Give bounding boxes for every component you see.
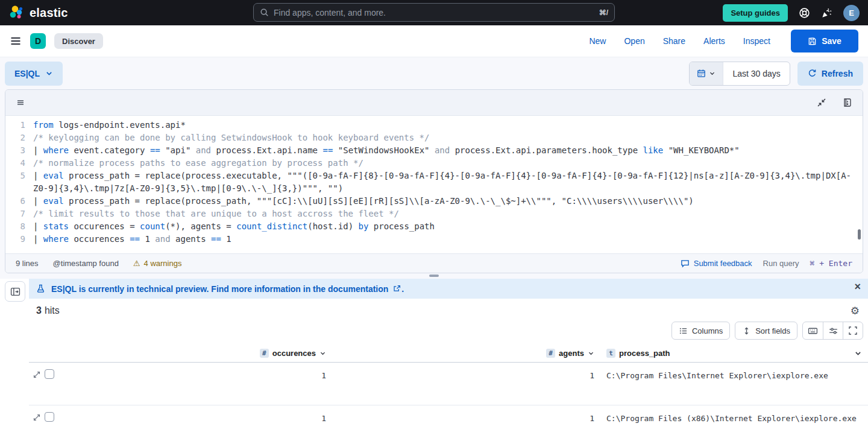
hits-label: hits xyxy=(45,305,60,316)
code-line[interactable]: 5| eval process_path = replace(process.e… xyxy=(5,170,863,195)
cell-occurences: 1 xyxy=(65,412,329,424)
user-avatar[interactable]: E xyxy=(843,5,860,21)
code-line[interactable]: 3| where event.category == "api" and pro… xyxy=(5,144,863,157)
refresh-button[interactable]: Refresh xyxy=(797,62,863,86)
chevron-down-icon[interactable] xyxy=(588,350,594,357)
header-occurences[interactable]: # occurences xyxy=(65,349,329,358)
submit-feedback-link[interactable]: Submit feedback xyxy=(681,259,752,268)
columns-list-icon xyxy=(679,326,688,335)
expand-row-button[interactable] xyxy=(33,413,41,422)
code-line[interactable]: 6| eval process_path = replace(process_p… xyxy=(5,195,863,208)
inspect-link[interactable]: Inspect xyxy=(743,36,770,46)
code-line[interactable]: 9| where occurences == 1 and agents == 1 xyxy=(5,233,863,246)
discover-app-badge[interactable]: D xyxy=(30,33,46,49)
editor-footer: 9 lines @timestamp found ⚠ 4 warnings Su… xyxy=(5,253,863,273)
warning-icon: ⚠ xyxy=(133,259,140,268)
hits-row: 3 hits ⚙ xyxy=(29,299,868,316)
code-editor-area[interactable]: 1from logs-endpoint.events.api*2/* keylo… xyxy=(5,116,863,253)
chevron-down-icon xyxy=(709,70,715,77)
code-line[interactable]: 7/* limit results to those that are uniq… xyxy=(5,208,863,220)
panel-open-icon xyxy=(10,287,20,297)
news-feed-icon[interactable] xyxy=(821,7,832,19)
elastic-logo[interactable]: elastic xyxy=(8,5,68,21)
share-link[interactable]: Share xyxy=(663,36,685,46)
fullscreen-button[interactable] xyxy=(843,322,863,339)
global-search[interactable]: ⌘/ xyxy=(253,3,615,22)
editor-lines-icon[interactable] xyxy=(16,98,25,107)
header-process-path[interactable]: t process_path xyxy=(597,349,868,358)
columns-button[interactable]: Columns xyxy=(671,322,730,340)
alerts-link[interactable]: Alerts xyxy=(703,36,725,46)
row-checkbox[interactable] xyxy=(45,412,54,422)
refresh-icon xyxy=(808,69,817,78)
cell-agents: 1 xyxy=(329,369,597,381)
row-checkbox[interactable] xyxy=(45,369,54,379)
global-search-input[interactable] xyxy=(274,8,594,17)
search-shortcut-hint: ⌘/ xyxy=(599,8,608,17)
table-row: 1 1 C:\Program Files (x86)\Internet Expl… xyxy=(29,405,868,435)
resize-handle[interactable] xyxy=(429,275,439,277)
global-header: elastic ⌘/ Setup guides E xyxy=(0,0,868,25)
search-icon xyxy=(260,8,269,17)
warnings-badge[interactable]: ⚠ 4 warnings xyxy=(133,259,182,268)
code-line[interactable]: 1from logs-endpoint.events.api* xyxy=(5,119,863,132)
cell-agents: 1 xyxy=(329,412,597,424)
editor-scrollbar-thumb[interactable] xyxy=(858,229,861,240)
open-sidebar-button[interactable] xyxy=(5,281,25,302)
keyboard-icon xyxy=(808,326,818,336)
expand-row-button[interactable] xyxy=(33,370,41,379)
hits-count: 3 xyxy=(36,305,42,316)
sort-fields-button[interactable]: Sort fields xyxy=(735,322,797,340)
code-line[interactable]: 2/* keylogging can be done by calling Se… xyxy=(5,132,863,144)
new-link[interactable]: New xyxy=(589,36,606,46)
setup-guides-button[interactable]: Setup guides xyxy=(723,4,788,22)
help-icon[interactable] xyxy=(799,7,810,19)
save-button[interactable]: Save xyxy=(791,30,858,52)
results-grid: # occurences # agents t process_path xyxy=(29,345,868,435)
line-number: 8 xyxy=(5,220,33,233)
line-number: 3 xyxy=(5,144,33,157)
app-toolbar: D Discover New Open Share Alerts Inspect… xyxy=(0,25,868,57)
line-number: 1 xyxy=(5,119,33,132)
gear-icon[interactable]: ⚙ xyxy=(851,306,860,316)
fullscreen-icon xyxy=(848,326,858,335)
table-row: 1 1 C:\Program Files\Internet Explorer\i… xyxy=(29,363,868,405)
query-language-picker[interactable]: ES|QL xyxy=(5,62,63,86)
line-number: 6 xyxy=(5,195,33,208)
menu-icon[interactable] xyxy=(10,35,22,47)
expand-icon xyxy=(33,413,41,422)
query-workspace: ES|QL Last 3 xyxy=(0,57,868,279)
sliders-icon xyxy=(828,326,838,336)
grid-toolbar: Columns Sort fields xyxy=(29,316,868,345)
collapse-editor-icon[interactable] xyxy=(817,98,826,107)
beaker-icon xyxy=(36,284,45,293)
query-bar: ES|QL Last 3 xyxy=(0,57,868,89)
display-options-button[interactable] xyxy=(823,322,843,339)
query-language-label: ES|QL xyxy=(14,69,40,78)
header-menu-chevron-icon[interactable] xyxy=(854,349,862,357)
brand-name: elastic xyxy=(30,6,68,20)
tech-preview-message: ES|QL is currently in technical preview.… xyxy=(51,284,404,294)
breadcrumb[interactable]: Discover xyxy=(54,33,103,49)
date-picker-calendar-button[interactable] xyxy=(690,62,723,85)
save-button-label: Save xyxy=(822,36,841,46)
header-agents[interactable]: # agents xyxy=(329,349,597,358)
code-line[interactable]: 4/* normalize process paths to ease aggr… xyxy=(5,157,863,170)
line-number: 9 xyxy=(5,233,33,246)
line-number: 4 xyxy=(5,157,33,170)
time-range-value[interactable]: Last 30 days xyxy=(723,62,789,85)
grid-header-row: # occurences # agents t process_path xyxy=(29,345,868,363)
table-body: 1 1 C:\Program Files\Internet Explorer\i… xyxy=(29,363,868,435)
chevron-down-icon[interactable] xyxy=(319,350,326,357)
documentation-icon[interactable] xyxy=(843,98,852,107)
cell-occurences: 1 xyxy=(65,369,329,381)
keyboard-shortcuts-button[interactable] xyxy=(803,322,823,339)
close-icon[interactable]: × xyxy=(854,281,861,292)
cell-process-path: C:\Program Files (x86)\Internet Explorer… xyxy=(597,412,868,424)
grid-display-button-group xyxy=(802,322,863,340)
esql-editor: 1from logs-endpoint.events.api*2/* keylo… xyxy=(5,89,863,273)
open-link[interactable]: Open xyxy=(624,36,644,46)
date-picker: Last 30 days xyxy=(689,62,790,86)
external-link-icon[interactable] xyxy=(393,285,401,293)
code-line[interactable]: 8| stats occurences = count(*), agents =… xyxy=(5,220,863,233)
